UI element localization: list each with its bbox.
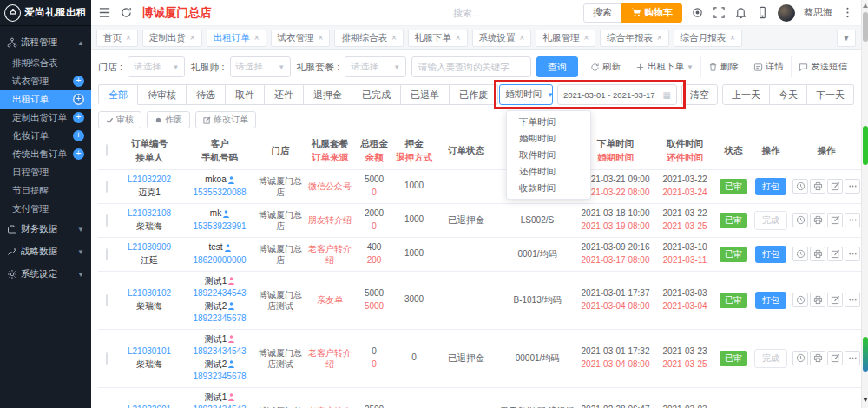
- plus-badge-icon[interactable]: +: [73, 94, 84, 105]
- tab-close-icon[interactable]: ×: [520, 33, 525, 43]
- sidebar-item-4[interactable]: 定制出货订单+: [0, 109, 91, 127]
- order-id-link[interactable]: L21032202: [116, 174, 182, 187]
- edit-icon[interactable]: [827, 179, 843, 194]
- create-rental-order-button[interactable]: 出租下单 ▼: [628, 56, 701, 77]
- sidebar-item-active[interactable]: 出租订单+: [0, 90, 91, 109]
- more-icon[interactable]: [845, 293, 860, 307]
- next-day-button[interactable]: 下一天: [807, 84, 854, 105]
- scrollbar-thumb-green[interactable]: [863, 126, 868, 165]
- sidebar-item-11[interactable]: 战略数据▼: [0, 240, 91, 263]
- sidebar-item-6[interactable]: 传统出售订单+: [0, 145, 91, 163]
- contact-phone[interactable]: 18932345678: [184, 371, 255, 384]
- time-dropdown-option-4[interactable]: 收款时间: [507, 180, 590, 196]
- notifications-bell-icon[interactable]: [734, 6, 747, 19]
- clear-dates-button[interactable]: 清空: [681, 84, 718, 105]
- sidebar-item-8[interactable]: 节日提醒: [0, 181, 91, 200]
- clock-icon[interactable]: [792, 293, 808, 307]
- tab-close-icon[interactable]: ×: [583, 33, 589, 43]
- more-icon[interactable]: [845, 213, 860, 227]
- status-tab-8[interactable]: 已作废: [450, 84, 498, 105]
- order-id-link[interactable]: L21030909: [116, 241, 182, 254]
- sidebar-item-2[interactable]: 试衣管理+: [0, 72, 91, 90]
- status-tab-3[interactable]: 取件: [226, 84, 265, 105]
- tab-close-icon[interactable]: ×: [730, 33, 735, 43]
- order-id-link[interactable]: L21030101: [116, 345, 182, 359]
- time-dropdown-option-0[interactable]: 下单时间: [507, 114, 590, 130]
- scroll-down-arrow-icon[interactable]: [863, 398, 868, 402]
- edit-icon[interactable]: [827, 293, 843, 307]
- row-checkbox[interactable]: [106, 248, 108, 260]
- plus-badge-icon[interactable]: +: [73, 130, 84, 141]
- contact-phone[interactable]: 15353923991: [184, 220, 255, 234]
- status-tab-4[interactable]: 还件: [265, 84, 304, 105]
- sidebar-item-9[interactable]: 支付管理: [0, 200, 91, 218]
- sidebar-item-1[interactable]: 排期综合表: [0, 54, 91, 72]
- tab-5[interactable]: 礼服下单×: [408, 30, 468, 47]
- status-tab-5[interactable]: 退押金: [304, 84, 352, 105]
- clock-icon[interactable]: [792, 351, 808, 365]
- time-dropdown-option-3[interactable]: 还件时间: [507, 163, 590, 180]
- tab-7[interactable]: 礼服管理×: [536, 30, 595, 47]
- order-id-link[interactable]: L21030102: [116, 287, 182, 300]
- delete-button[interactable]: 删除: [701, 56, 746, 77]
- time-type-select[interactable]: 婚期时间▼: [499, 84, 553, 105]
- tab-8[interactable]: 综合年报表×: [600, 30, 668, 47]
- scrollbar-thumb-green-2[interactable]: [863, 337, 868, 372]
- clock-icon[interactable]: [792, 179, 808, 194]
- finish-button[interactable]: 完成: [754, 211, 787, 230]
- plus-badge-icon[interactable]: +: [73, 112, 84, 123]
- printer-icon[interactable]: [810, 293, 825, 307]
- finish-button[interactable]: 完成: [754, 349, 787, 368]
- void-button[interactable]: 作废: [147, 111, 190, 128]
- send-sms-button[interactable]: 发送短信: [792, 56, 854, 77]
- store-filter-select[interactable]: 请选择▼: [128, 56, 185, 77]
- dresser-filter-select[interactable]: 请选择▼: [230, 56, 292, 77]
- sidebar-item-12[interactable]: 系统设定▼: [0, 263, 91, 286]
- status-tab-7[interactable]: 已退单: [401, 84, 450, 105]
- sidebar-item-5[interactable]: 化妆订单+: [0, 127, 91, 145]
- status-tab-6[interactable]: 已完成: [352, 84, 401, 105]
- tab-close-icon[interactable]: ×: [126, 33, 131, 43]
- query-button[interactable]: 查询: [536, 56, 578, 77]
- more-icon[interactable]: [845, 351, 860, 365]
- tab-close-icon[interactable]: ×: [254, 33, 260, 43]
- status-tab-1[interactable]: 待审核: [138, 84, 187, 105]
- printer-icon[interactable]: [810, 247, 825, 261]
- edit-icon[interactable]: [827, 213, 843, 227]
- pack-button[interactable]: 打包: [755, 246, 786, 263]
- tabs-overflow-chevron-icon[interactable]: ▼: [837, 30, 856, 47]
- clock-icon[interactable]: [792, 213, 808, 227]
- fullscreen-icon[interactable]: [713, 6, 726, 19]
- select-all-checkbox[interactable]: [106, 144, 108, 156]
- more-icon[interactable]: [845, 179, 860, 194]
- date-range-input[interactable]: 2021-03-01 - 2021-03-17▦: [557, 84, 677, 105]
- more-menu-icon[interactable]: [841, 6, 854, 19]
- prev-day-button[interactable]: 上一天: [722, 84, 770, 105]
- status-tab-0[interactable]: 全部: [98, 84, 138, 105]
- row-checkbox[interactable]: [106, 294, 108, 306]
- keyword-input[interactable]: [411, 56, 531, 77]
- order-id-link[interactable]: L21032108: [116, 207, 182, 220]
- tab-9[interactable]: 综合月报表×: [674, 30, 742, 47]
- contact-phone[interactable]: 18923434543: [184, 345, 255, 359]
- modify-order-button[interactable]: 修改订单: [195, 111, 256, 128]
- tab-close-icon[interactable]: ×: [456, 33, 461, 43]
- sidebar-item-0[interactable]: 流程管理▲: [0, 31, 91, 54]
- printer-icon[interactable]: [810, 213, 825, 227]
- printer-icon[interactable]: [810, 351, 825, 365]
- audit-button[interactable]: 审核: [98, 111, 141, 128]
- tab-6[interactable]: 系统设置×: [472, 30, 532, 47]
- contact-phone[interactable]: 18922345678: [184, 313, 255, 326]
- collapse-sidebar-icon[interactable]: [98, 6, 111, 19]
- avatar[interactable]: [778, 4, 795, 22]
- tab-0[interactable]: 首页×: [96, 30, 138, 47]
- sidebar-item-10[interactable]: 财务数据▼: [0, 218, 91, 240]
- tab-close-icon[interactable]: ×: [391, 33, 397, 43]
- today-button[interactable]: 今天: [770, 84, 807, 105]
- refresh-page-icon[interactable]: [120, 6, 133, 19]
- edit-icon[interactable]: [827, 247, 843, 261]
- page-scrollbar[interactable]: [861, 0, 868, 408]
- plus-badge-icon[interactable]: +: [73, 148, 84, 160]
- tab-3[interactable]: 试衣管理×: [271, 30, 331, 47]
- pack-button[interactable]: 打包: [755, 178, 786, 195]
